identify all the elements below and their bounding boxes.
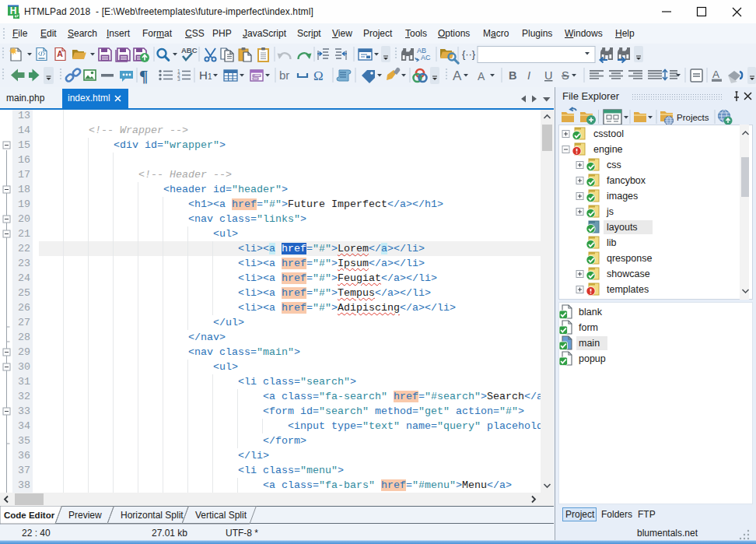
svg-text:¶: ¶: [139, 67, 148, 86]
svg-text:ABC: ABC: [181, 46, 198, 54]
svg-text:1: 1: [208, 72, 212, 81]
svg-text:U: U: [544, 69, 552, 82]
svg-text:main: main: [579, 338, 600, 349]
svg-text:A: A: [478, 70, 485, 82]
svg-text:popup: popup: [579, 353, 606, 364]
svg-text:3: 3: [177, 76, 180, 82]
svg-text:AC: AC: [421, 54, 431, 61]
svg-text:showcase: showcase: [607, 268, 650, 279]
svg-text:js: js: [606, 206, 614, 217]
svg-text:H: H: [199, 68, 208, 82]
svg-text:fancybox: fancybox: [607, 175, 646, 186]
svg-text:br: br: [279, 68, 289, 82]
svg-text:images: images: [607, 191, 638, 202]
svg-text:engine: engine: [593, 144, 623, 155]
svg-text:layouts: layouts: [607, 222, 638, 233]
svg-text:css: css: [607, 160, 621, 170]
svg-text:qresponse: qresponse: [607, 253, 652, 264]
svg-text:H: H: [10, 5, 17, 16]
svg-text:Code Editor: Code Editor: [4, 511, 55, 520]
svg-text:A: A: [712, 68, 719, 80]
svg-text:lib: lib: [607, 237, 617, 248]
svg-text:Preview: Preview: [68, 510, 102, 521]
svg-text:blank: blank: [579, 307, 603, 318]
svg-text:form: form: [579, 322, 598, 333]
svg-text:A: A: [453, 68, 462, 83]
svg-text:Ω: Ω: [313, 68, 324, 83]
svg-text:S: S: [562, 69, 569, 82]
svg-text:Horizontal Split: Horizontal Split: [121, 510, 184, 521]
svg-text:templates: templates: [607, 284, 649, 295]
svg-text:I: I: [527, 69, 530, 82]
svg-text:{··}: {··}: [462, 48, 476, 60]
svg-text:Projects: Projects: [677, 113, 709, 122]
svg-text:B: B: [509, 69, 516, 82]
svg-text:csstool: csstool: [593, 128, 624, 139]
svg-text:A: A: [57, 49, 63, 58]
svg-text:Vertical Split: Vertical Split: [195, 510, 247, 521]
